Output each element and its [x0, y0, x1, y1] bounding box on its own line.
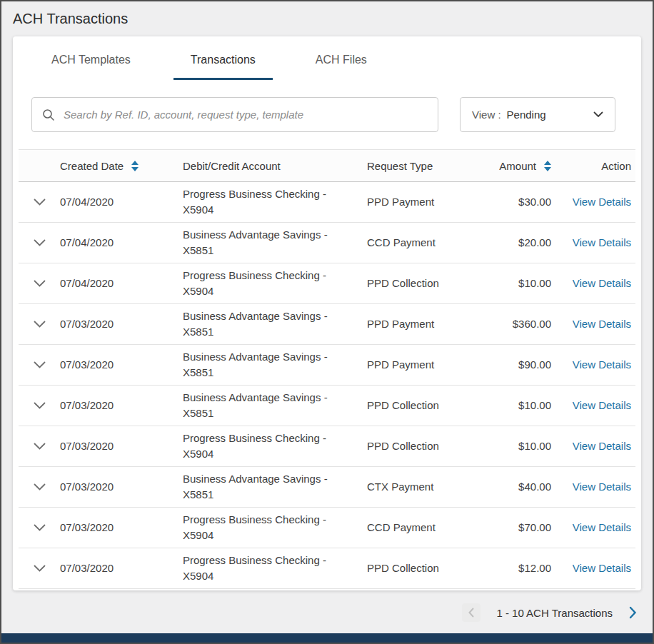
header-created-date[interactable]: Created Date [60, 160, 183, 172]
row-expand-chevron-icon[interactable] [31, 358, 49, 371]
row-amount: $360.00 [488, 316, 563, 332]
header-label: Amount [499, 160, 536, 172]
table-row: 07/04/2020 Progress Business Checking - … [19, 263, 635, 304]
table-row: 07/04/2020 Business Advantage Savings - … [19, 223, 635, 263]
previous-page-button[interactable] [462, 603, 481, 622]
row-amount: $30.00 [488, 194, 563, 210]
row-account: Business Advantage Savings - X5851 [183, 227, 367, 258]
view-details-link[interactable]: View Details [573, 440, 631, 452]
header-action: Action [563, 160, 635, 172]
table-header-row: Created Date Debit/Credit Account Reques… [19, 149, 635, 182]
header-amount[interactable]: Amount [488, 160, 563, 172]
row-account: Progress Business Checking - X5904 [183, 431, 367, 462]
next-page-button[interactable] [628, 606, 637, 619]
row-request-type: PPD Payment [367, 316, 488, 332]
row-account: Business Advantage Savings - X5851 [183, 471, 367, 503]
tab-bar: ACH Templates Transactions ACH Files [13, 36, 641, 80]
table-row: 07/03/2020 Progress Business Checking - … [19, 426, 635, 467]
search-box[interactable] [31, 97, 438, 132]
row-account: Business Advantage Savings - X5851 [183, 308, 367, 340]
row-expand-chevron-icon[interactable] [31, 236, 49, 249]
row-request-type: PPD Collection [367, 398, 488, 413]
filter-row: View : Pending [13, 80, 641, 149]
table-row: 07/03/2020 Business Advantage Savings - … [19, 386, 635, 426]
view-details-link[interactable]: View Details [573, 481, 631, 493]
header-account: Debit/Credit Account [183, 160, 367, 172]
header-label: Created Date [60, 160, 124, 172]
table-body: 07/04/2020 Progress Business Checking - … [19, 182, 635, 589]
bottom-bar [1, 633, 653, 643]
row-amount: $10.00 [488, 398, 563, 413]
ach-transactions-page: ACH Transactions ACH Templates Transacti… [0, 0, 654, 644]
row-expand-chevron-icon[interactable] [31, 562, 49, 575]
view-details-link[interactable]: View Details [573, 318, 631, 330]
view-details-link[interactable]: View Details [573, 562, 631, 574]
table-row: 07/03/2020 Business Advantage Savings - … [19, 467, 635, 508]
header-request-type: Request Type [367, 160, 488, 172]
transactions-table: Created Date Debit/Credit Account Reques… [13, 149, 641, 589]
row-amount: $90.00 [488, 357, 563, 373]
row-created-date: 07/04/2020 [60, 276, 183, 291]
pagination: 1 - 10 ACH Transactions [1, 603, 637, 622]
view-filter-label: View : [472, 109, 501, 121]
row-request-type: PPD Payment [367, 194, 488, 210]
search-icon [42, 109, 55, 121]
tab-label: ACH Files [316, 54, 367, 66]
row-request-type: CCD Payment [367, 235, 488, 251]
row-amount: $40.00 [488, 479, 563, 495]
tab-label: Transactions [191, 54, 256, 66]
row-expand-chevron-icon[interactable] [31, 481, 49, 493]
view-details-link[interactable]: View Details [573, 358, 631, 371]
tab-transactions[interactable]: Transactions [173, 54, 273, 80]
row-account: Business Advantage Savings - X5851 [183, 390, 367, 421]
tab-ach-files[interactable]: ACH Files [298, 54, 384, 80]
content-card: ACH Templates Transactions ACH Files [13, 36, 641, 590]
row-amount: $20.00 [488, 235, 563, 251]
row-created-date: 07/03/2020 [60, 479, 183, 495]
row-account: Progress Business Checking - X5904 [183, 268, 367, 299]
row-account: Progress Business Checking - X5904 [183, 186, 367, 218]
page-title: ACH Transactions [13, 11, 653, 27]
view-details-link[interactable]: View Details [573, 399, 631, 411]
row-expand-chevron-icon[interactable] [31, 440, 49, 453]
row-account: Progress Business Checking - X5904 [183, 553, 367, 584]
row-created-date: 07/04/2020 [60, 194, 183, 210]
view-details-link[interactable]: View Details [573, 277, 631, 289]
view-filter-dropdown[interactable]: View : Pending [460, 97, 615, 132]
row-expand-chevron-icon[interactable] [31, 196, 49, 208]
table-row: 07/04/2020 Progress Business Checking - … [19, 182, 635, 223]
sort-icon[interactable] [131, 161, 139, 171]
tab-ach-templates[interactable]: ACH Templates [34, 54, 148, 80]
tab-label: ACH Templates [51, 54, 131, 66]
view-filter-value: Pending [507, 109, 588, 121]
table-row: 07/03/2020 Business Advantage Savings - … [19, 304, 635, 345]
row-created-date: 07/03/2020 [60, 560, 183, 576]
row-account: Progress Business Checking - X5904 [183, 512, 367, 543]
row-created-date: 07/04/2020 [60, 235, 183, 251]
row-created-date: 07/03/2020 [60, 398, 183, 413]
row-request-type: PPD Payment [367, 357, 488, 373]
view-details-link[interactable]: View Details [573, 521, 631, 533]
table-row: 07/03/2020 Progress Business Checking - … [19, 548, 635, 589]
table-row: 07/03/2020 Progress Business Checking - … [19, 508, 635, 548]
row-expand-chevron-icon[interactable] [31, 318, 49, 331]
row-expand-chevron-icon[interactable] [31, 521, 49, 534]
row-amount: $12.00 [488, 560, 563, 576]
row-amount: $10.00 [488, 276, 563, 291]
table-row: 07/03/2020 Business Advantage Savings - … [19, 345, 635, 386]
view-details-link[interactable]: View Details [573, 236, 631, 248]
row-created-date: 07/03/2020 [60, 438, 183, 454]
row-expand-chevron-icon[interactable] [31, 277, 49, 290]
sort-icon[interactable] [544, 161, 551, 171]
row-created-date: 07/03/2020 [60, 357, 183, 373]
row-amount: $10.00 [488, 438, 563, 454]
header-label: Action [601, 160, 631, 172]
search-input[interactable] [64, 109, 428, 121]
row-request-type: CCD Payment [367, 520, 488, 535]
row-amount: $70.00 [488, 520, 563, 535]
row-expand-chevron-icon[interactable] [31, 399, 49, 412]
view-details-link[interactable]: View Details [573, 196, 631, 208]
row-created-date: 07/03/2020 [60, 316, 183, 332]
row-request-type: PPD Collection [367, 276, 488, 291]
header-label: Debit/Credit Account [183, 160, 281, 172]
